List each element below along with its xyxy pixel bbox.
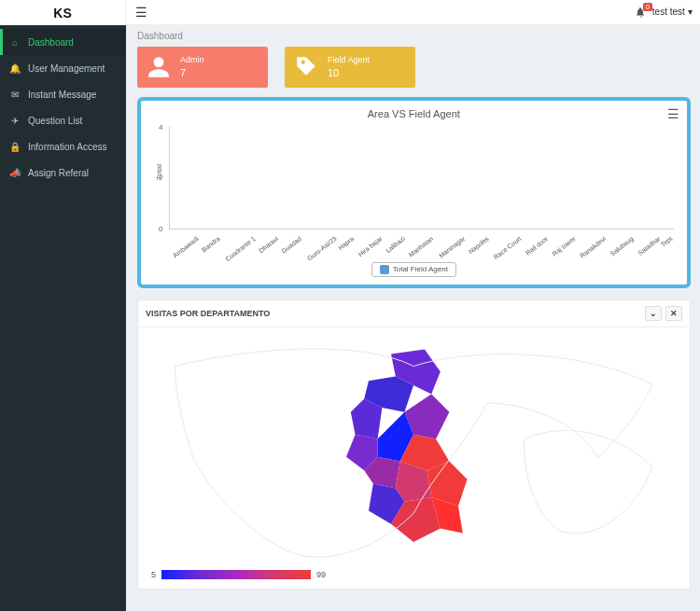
sidebar-item-label: Dashboard — [28, 37, 74, 48]
chart-plot: Total 024 — [169, 127, 674, 229]
sidebar-item-label: Question List — [28, 116, 82, 126]
xtick-label: Guadad — [280, 235, 302, 255]
chart-panel: Area VS Field Agent ☰ Total 024 Ambawadi… — [137, 97, 691, 288]
notification-badge: 0 — [643, 3, 652, 11]
xtick-label: Cuadrante 1 — [224, 235, 257, 262]
topbar: ☰ 0 test test ▾ — [126, 0, 700, 25]
xtick-label: Napoles — [467, 235, 490, 255]
sidebar-item-question-list[interactable]: ✈Question List — [0, 107, 126, 133]
panel-close-icon[interactable]: ✕ — [665, 306, 682, 321]
xtick-label: Race Court — [493, 235, 523, 260]
info-icon: 🔒 — [9, 141, 21, 152]
card-value: 10 — [328, 66, 370, 80]
referal-icon: 📣 — [9, 167, 21, 178]
map-panel: VISITAS POR DEPARTAMENTO ⌄ ✕ — [137, 299, 691, 590]
chart-title: Area VS Field Agent — [368, 108, 460, 119]
breadcrumb: Dashboard — [126, 25, 700, 47]
tag-icon — [294, 55, 318, 79]
sidebar-item-user-management[interactable]: 🔔User Management — [0, 55, 126, 81]
stat-card-admin[interactable]: Admin7 — [137, 47, 268, 88]
sidebar-item-dashboard[interactable]: ⌂Dashboard — [0, 29, 126, 55]
person-icon — [147, 55, 171, 79]
xtick-label: Guru-Asi/23 — [306, 235, 338, 262]
xtick-label: Hira bajar — [357, 235, 384, 257]
question-icon: ✈ — [9, 115, 21, 126]
map-scale: 5 99 — [151, 570, 326, 579]
stat-cards: Admin7Field Agent10 — [137, 47, 691, 88]
card-value: 7 — [180, 66, 204, 80]
message-icon: ✉ — [9, 89, 21, 100]
ytick: 0 — [159, 224, 162, 232]
brand-logo: KS — [0, 0, 126, 25]
xtick-label: Lalibazi — [385, 235, 406, 254]
map-background — [138, 327, 690, 589]
xtick-label: Raj tower — [551, 235, 577, 257]
xtick-label: Manhatan — [408, 235, 435, 258]
xtick-label: Ambawadi — [172, 235, 200, 259]
xtick-label: Tept — [660, 235, 674, 248]
xtick-label: Maninagar — [438, 235, 466, 259]
sidebar-item-label: User Management — [28, 63, 105, 74]
sidebar-item-information-access[interactable]: 🔒Information Access — [0, 133, 126, 160]
xtick-label: Ranakdevi — [579, 235, 607, 259]
card-label: Admin — [180, 54, 204, 66]
sidebar-item-assign-referal[interactable]: 📣Assign Referal — [0, 160, 126, 186]
map-panel-title: VISITAS POR DEPARTAMENTO — [146, 309, 270, 318]
user-menu[interactable]: test test ▾ — [652, 7, 693, 17]
stat-card-field-agent[interactable]: Field Agent10 — [285, 47, 415, 88]
scale-gradient — [161, 570, 311, 579]
sidebar-item-label: Assign Referal — [28, 168, 89, 178]
chart-legend[interactable]: Total Field Agent — [371, 262, 456, 277]
xtick-label: Salubaug — [609, 235, 636, 257]
sidebar-item-instant-message[interactable]: ✉Instant Message — [0, 81, 126, 107]
sidebar: KS ⌂Dashboard🔔User Management✉Instant Me… — [0, 0, 126, 611]
xtick-label: Satadhar — [637, 235, 662, 257]
xtick-label: Hapra — [337, 235, 355, 251]
menu-toggle-icon[interactable]: ☰ — [135, 5, 147, 20]
ytick: 4 — [159, 122, 162, 131]
nav-list: ⌂Dashboard🔔User Management✉Instant Messa… — [0, 25, 126, 186]
legend-swatch — [380, 265, 389, 274]
card-label: Field Agent — [328, 54, 370, 66]
xtick-label: Dharavi — [258, 235, 279, 254]
ytick: 2 — [159, 174, 162, 182]
xtick-label: Bandra — [200, 235, 220, 253]
notification-icon[interactable]: 0 — [636, 7, 647, 18]
sidebar-item-label: Instant Message — [28, 90, 96, 100]
xtick-label: Rail door — [525, 235, 549, 257]
panel-collapse-icon[interactable]: ⌄ — [645, 306, 662, 321]
dashboard-icon: ⌂ — [9, 36, 21, 48]
chevron-down-icon: ▾ — [688, 7, 693, 17]
sidebar-item-label: Information Access — [28, 142, 106, 152]
chart-menu-icon[interactable]: ☰ — [667, 106, 679, 121]
user-icon: 🔔 — [9, 62, 21, 74]
